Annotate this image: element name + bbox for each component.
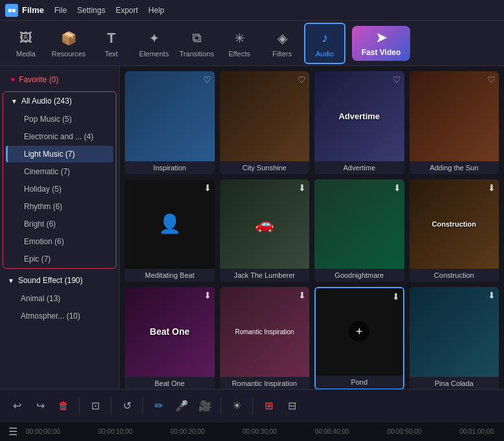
grid-item-inspiration[interactable]: ♡ Inspiration xyxy=(125,71,215,174)
audio-icon: ♪ xyxy=(316,29,334,47)
menu-settings[interactable]: Settings xyxy=(77,6,105,15)
grid-item-jack[interactable]: 🚗 ⬇ Jack The Lumberer xyxy=(220,179,310,282)
menu-bar: ■■ Filme File Settings Export Help xyxy=(0,0,504,21)
label-jack: Jack The Lumberer xyxy=(220,269,310,282)
rotate-button[interactable]: ↺ xyxy=(118,397,136,415)
toolbar-transitions[interactable]: ⧉ Transitions xyxy=(176,23,217,64)
download-btn-pond[interactable]: ⬇ xyxy=(392,291,400,302)
menu-file[interactable]: File xyxy=(54,6,67,15)
download-btn-construction[interactable]: ⬇ xyxy=(488,183,496,193)
fast-video-label: Fast Video xyxy=(362,48,400,57)
plus-icon: + xyxy=(349,321,369,342)
sidebar-bright[interactable]: Bright (6) xyxy=(6,216,113,232)
heart-btn-adding-sun[interactable]: ♡ xyxy=(487,74,496,85)
sidebar-atmosphere-label: Atmospher... (10) xyxy=(21,311,80,321)
grid-item-pina-colada[interactable]: ⬇ Pina Colada xyxy=(410,287,499,389)
toolbar-resources[interactable]: 📦 Resources xyxy=(48,23,89,64)
heart-btn-city[interactable]: ♡ xyxy=(298,74,306,85)
media-icon: 🖼 xyxy=(17,29,35,47)
timeline-menu-icon[interactable]: ☰ xyxy=(5,424,21,440)
download-btn-pina[interactable]: ⬇ xyxy=(488,290,496,300)
sidebar-holiday[interactable]: Holiday (5) xyxy=(6,181,113,198)
heart-icon: ♥ xyxy=(10,75,15,84)
filters-icon: ◈ xyxy=(273,29,291,47)
timeline-mark-2: 00:00:20;00 xyxy=(170,428,204,435)
timeline-mark-3: 00:00:30;00 xyxy=(243,428,277,435)
sidebar-rhythm[interactable]: Rhythm (6) xyxy=(6,198,113,215)
undo-button[interactable]: ↩ xyxy=(8,397,26,415)
crop-button[interactable]: ⊡ xyxy=(86,397,104,415)
timeline-mark-1: 00:00:10;00 xyxy=(98,428,133,435)
toolbar-text[interactable]: T Text xyxy=(91,23,132,64)
thumb-pina-colada: ⬇ xyxy=(410,287,499,377)
menu-help[interactable]: Help xyxy=(148,6,164,15)
sidebar-favorite-label: Favorite (0) xyxy=(19,75,58,84)
sidebar-light-music[interactable]: Light Music (7) xyxy=(6,146,113,163)
toolbar-transitions-label: Transitions xyxy=(179,50,214,58)
download-btn-romantic[interactable]: ⬇ xyxy=(298,290,306,300)
fast-video-button[interactable]: ➤ Fast Video xyxy=(352,26,410,61)
toolbar-media[interactable]: 🖼 Media xyxy=(5,23,47,64)
sidebar-favorite[interactable]: ♥ Favorite (0) xyxy=(3,71,116,89)
app-name: Filme xyxy=(22,5,44,15)
sidebar-all-audio[interactable]: ▼ All Audio (243) xyxy=(3,92,116,110)
toolbar-elements-label: Elements xyxy=(139,50,169,58)
heart-btn-advertime[interactable]: ♡ xyxy=(393,74,401,85)
timeline-mark-6: 00:01:00;00 xyxy=(459,428,494,435)
thumb-beat-one: Beat One ⬇ xyxy=(125,287,215,377)
toolbar-filters[interactable]: ◈ Filters xyxy=(261,23,303,64)
toolbar-audio[interactable]: ♪ Audio xyxy=(304,23,345,64)
grid-item-beat-one[interactable]: Beat One ⬇ Beat One xyxy=(125,287,215,389)
sidebar-animal-label: Animal (13) xyxy=(21,294,60,303)
toolbar: 🖼 Media 📦 Resources T Text ✦ Elements ⧉ … xyxy=(0,21,504,66)
sidebar-electronic[interactable]: Electronic and ... (4) xyxy=(6,128,113,145)
separator4 xyxy=(221,397,221,415)
sidebar-pop-music[interactable]: Pop Music (5) xyxy=(6,111,113,128)
camera-button[interactable]: 🎥 xyxy=(196,397,214,415)
sidebar-epic[interactable]: Epic (7) xyxy=(6,251,113,267)
delete-button[interactable]: 🗑 xyxy=(54,397,72,415)
redo-button[interactable]: ↪ xyxy=(31,397,49,415)
label-construction: Construction xyxy=(410,269,499,282)
sidebar-cinematic[interactable]: Cinematic (7) xyxy=(6,163,113,180)
sidebar-pop-label: Pop Music (5) xyxy=(24,115,72,124)
grid-item-city-sunshine[interactable]: ♡ City Sunshine xyxy=(220,71,310,174)
download-btn-jack[interactable]: ⬇ xyxy=(298,183,306,193)
download-btn-meditating[interactable]: ⬇ xyxy=(204,183,212,193)
sidebar-sound-effect-label: Sound Effect (190) xyxy=(18,276,83,285)
chevron-down-icon: ▼ xyxy=(11,98,17,105)
menu-export[interactable]: Export xyxy=(116,6,138,15)
grid-item-pond[interactable]: + ⬇ Pond xyxy=(314,287,404,389)
grid-item-romantic[interactable]: Romantic Inspiration ⬇ Romantic Inspirat… xyxy=(220,287,310,389)
separator2 xyxy=(111,397,111,415)
split-button[interactable]: ⊞ xyxy=(259,397,278,415)
grid-item-construction[interactable]: Construction ⬇ Construction xyxy=(410,179,499,282)
chevron-down-icon2: ▼ xyxy=(8,277,14,284)
sidebar-sound-effect[interactable]: ▼ Sound Effect (190) xyxy=(0,271,119,289)
mic-button[interactable]: 🎤 xyxy=(173,397,191,415)
grid-item-meditating[interactable]: 👤 ⬇ Meditating Beat xyxy=(125,179,215,282)
toolbar-resources-label: Resources xyxy=(52,50,86,58)
separator1 xyxy=(79,397,80,415)
grid-item-adding-sun[interactable]: ♡ Adding the Sun xyxy=(410,71,499,174)
resources-icon: 📦 xyxy=(60,29,78,47)
toolbar-effects[interactable]: ✳ Effects xyxy=(219,23,260,64)
pip-button[interactable]: ⊟ xyxy=(283,397,301,415)
grid-item-advertime[interactable]: Advertime ♡ Advertime xyxy=(314,71,404,174)
download-btn-beat-one[interactable]: ⬇ xyxy=(204,290,212,300)
label-pina-colada: Pina Colada xyxy=(410,377,499,390)
grid-item-goodnightmare[interactable]: ⬇ Goodnightmare xyxy=(314,179,404,282)
pen-button[interactable]: ✏ xyxy=(149,397,168,415)
label-goodnightmare: Goodnightmare xyxy=(314,269,404,282)
app-logo: ■■ Filme xyxy=(5,4,44,17)
brightness-button[interactable]: ☀ xyxy=(228,397,246,415)
timeline-mark-4: 00:00:40;00 xyxy=(315,428,349,435)
download-btn-goodnightmare[interactable]: ⬇ xyxy=(393,183,401,193)
heart-btn-inspiration[interactable]: ♡ xyxy=(203,74,212,85)
sidebar-emotion[interactable]: Emotion (6) xyxy=(6,233,113,250)
timeline-mark-5: 00:00:50;00 xyxy=(387,428,421,435)
sidebar-animal[interactable]: Animal (13) xyxy=(3,290,116,307)
toolbar-elements[interactable]: ✦ Elements xyxy=(133,23,175,64)
sidebar-all-audio-label: All Audio (243) xyxy=(21,96,72,106)
sidebar-atmosphere[interactable]: Atmospher... (10) xyxy=(3,308,116,324)
